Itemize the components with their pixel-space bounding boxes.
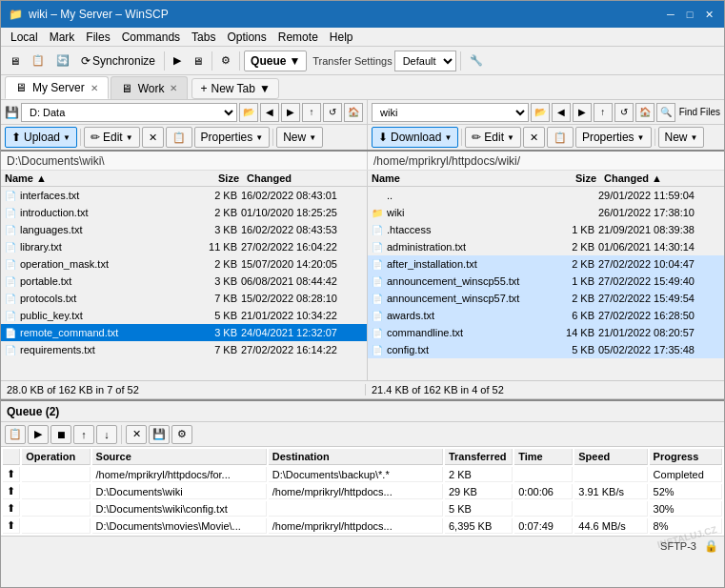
maximize-button[interactable]: □ bbox=[682, 7, 697, 22]
left-file-row[interactable]: 📄 requirements.txt 7 KB 27/02/2022 16:14… bbox=[1, 341, 367, 358]
right-file-row[interactable]: 📄 announcement_winscp55.txt 1 KB 27/02/2… bbox=[368, 273, 724, 290]
queue-down-btn[interactable]: ↓ bbox=[96, 425, 117, 444]
left-edit-button[interactable]: ✏ Edit ▼ bbox=[84, 127, 140, 148]
left-file-row[interactable]: 📄 public_key.txt 5 KB 21/01/2022 10:34:2… bbox=[1, 307, 367, 324]
menu-files[interactable]: Files bbox=[80, 29, 115, 46]
left-file-row[interactable]: 📄 operation_mask.txt 2 KB 15/07/2020 14:… bbox=[1, 255, 367, 273]
menu-mark[interactable]: Mark bbox=[44, 29, 81, 46]
menu-tabs[interactable]: Tabs bbox=[186, 29, 221, 46]
left-folder-icon[interactable]: 📂 bbox=[239, 103, 258, 122]
queue-button[interactable]: Queue ▼ bbox=[244, 51, 307, 71]
queue-table-row[interactable]: ⬆ D:\Documents\movies\Movie\... /home/mp… bbox=[3, 518, 722, 534]
right-server-select[interactable]: wiki bbox=[372, 103, 529, 122]
queue-up-btn[interactable]: ↑ bbox=[73, 425, 94, 444]
right-folder-icon[interactable]: 📂 bbox=[531, 103, 550, 122]
left-col-name[interactable]: Name ▲ bbox=[1, 171, 191, 186]
left-col-changed[interactable]: Changed bbox=[243, 171, 367, 186]
left-file-row[interactable]: 📄 library.txt 11 KB 27/02/2022 16:04:22 bbox=[1, 238, 367, 255]
right-col-name[interactable]: Name bbox=[368, 171, 548, 186]
queue-th-transferred[interactable]: Transferred bbox=[445, 449, 513, 465]
right-file-row[interactable]: 📄 administration.txt 2 KB 01/06/2021 14:… bbox=[368, 238, 724, 255]
toolbar-icon-3[interactable]: 🔄 bbox=[51, 50, 74, 72]
tab-close-work[interactable]: ✕ bbox=[170, 83, 177, 93]
left-file-row[interactable]: 📄 remote_command.txt 3 KB 24/04/2021 12:… bbox=[1, 324, 367, 341]
transfer-settings-select[interactable]: Default bbox=[394, 51, 456, 71]
tab-work[interactable]: 🖥 Work ✕ bbox=[111, 76, 189, 99]
right-refresh-btn[interactable]: ↺ bbox=[614, 103, 634, 122]
right-file-row[interactable]: 📄 .htaccess 1 KB 21/09/2021 08:39:38 bbox=[368, 221, 724, 238]
queue-add-btn[interactable]: 📋 bbox=[5, 425, 26, 444]
right-edit-button[interactable]: ✏ Edit ▼ bbox=[465, 127, 521, 148]
tab-my-server[interactable]: 🖥 My Server ✕ bbox=[5, 76, 109, 99]
queue-th-operation[interactable]: Operation bbox=[22, 449, 90, 465]
left-panel-body[interactable]: 📄 interfaces.txt 2 KB 16/02/2022 08:43:0… bbox=[1, 187, 367, 373]
left-refresh-btn[interactable]: ↺ bbox=[323, 103, 342, 122]
right-col-size[interactable]: Size bbox=[548, 171, 600, 186]
queue-delete-btn[interactable]: ✕ bbox=[126, 425, 147, 444]
right-file-row[interactable]: 📄 awards.txt 6 KB 27/02/2022 16:28:50 bbox=[368, 307, 724, 324]
left-up-btn[interactable]: ↑ bbox=[302, 103, 321, 122]
left-new-button[interactable]: New ▼ bbox=[276, 127, 323, 148]
right-file-row[interactable]: 📄 after_installation.txt 2 KB 27/02/2022… bbox=[368, 255, 724, 273]
left-copy-button[interactable]: 📋 bbox=[166, 127, 192, 148]
left-file-row[interactable]: 📄 introduction.txt 2 KB 01/10/2020 18:25… bbox=[1, 204, 367, 221]
toolbar-icon-5[interactable]: 🖥 bbox=[188, 50, 208, 72]
queue-table-row[interactable]: ⬆ /home/mprikryl/httpdocs/for... D:\Docu… bbox=[3, 467, 722, 482]
left-home-btn[interactable]: 🏠 bbox=[344, 103, 363, 122]
queue-th-source[interactable]: Source bbox=[92, 449, 267, 465]
right-panel-body[interactable]: .. 29/01/2022 11:59:04 📁 wiki 26/01/2022… bbox=[368, 187, 724, 373]
left-file-row[interactable]: 📄 languages.txt 3 KB 16/02/2022 08:43:53 bbox=[1, 221, 367, 238]
queue-play-btn[interactable]: ▶ bbox=[28, 425, 49, 444]
right-properties-button[interactable]: Properties ▼ bbox=[575, 127, 652, 148]
left-col-size[interactable]: Size bbox=[191, 171, 243, 186]
toolbar-icon-1[interactable]: 🖥 bbox=[5, 50, 25, 72]
left-drive-select[interactable]: D: Data bbox=[21, 103, 237, 122]
queue-stop-btn[interactable]: ⏹ bbox=[50, 425, 71, 444]
queue-table-row[interactable]: ⬆ D:\Documents\wiki /home/mprikryl/httpd… bbox=[3, 484, 722, 499]
left-forward-btn[interactable]: ▶ bbox=[281, 103, 300, 122]
left-delete-button[interactable]: ✕ bbox=[142, 127, 164, 148]
menu-options[interactable]: Options bbox=[221, 29, 272, 46]
upload-button[interactable]: ⬆ Upload ▼ bbox=[5, 127, 77, 148]
download-button[interactable]: ⬇ Download ▼ bbox=[372, 127, 458, 148]
left-file-row[interactable]: 📄 portable.txt 3 KB 06/08/2021 08:44:42 bbox=[1, 273, 367, 290]
right-back-btn[interactable]: ◀ bbox=[552, 103, 571, 122]
right-file-row[interactable]: .. 29/01/2022 11:59:04 bbox=[368, 187, 724, 204]
right-file-row[interactable]: 📄 commandline.txt 14 KB 21/01/2022 08:20… bbox=[368, 324, 724, 341]
queue-th-destination[interactable]: Destination bbox=[269, 449, 443, 465]
menu-remote[interactable]: Remote bbox=[272, 29, 324, 46]
queue-table-row[interactable]: ⬆ D:\Documents\wiki\config.txt 5 KB 30% bbox=[3, 501, 722, 517]
left-file-row[interactable]: 📄 protocols.txt 7 KB 15/02/2022 08:28:10 bbox=[1, 290, 367, 307]
toolbar-icon-6[interactable]: ⚙ bbox=[216, 50, 235, 72]
tab-new[interactable]: + New Tab ▼ bbox=[191, 78, 278, 99]
right-file-row[interactable]: 📄 config.txt 5 KB 05/02/2022 17:35:48 bbox=[368, 341, 724, 358]
queue-save-btn[interactable]: 💾 bbox=[149, 425, 170, 444]
right-up-btn[interactable]: ↑ bbox=[594, 103, 613, 122]
left-back-btn[interactable]: ◀ bbox=[260, 103, 279, 122]
close-button[interactable]: ✕ bbox=[701, 7, 716, 22]
minimize-button[interactable]: ─ bbox=[663, 7, 678, 22]
toolbar-icon-7[interactable]: 🔧 bbox=[465, 50, 488, 72]
right-copy-button[interactable]: 📋 bbox=[547, 127, 574, 148]
toolbar-icon-4[interactable]: ▶ bbox=[169, 50, 186, 72]
left-file-row[interactable]: 📄 interfaces.txt 2 KB 16/02/2022 08:43:0… bbox=[1, 187, 367, 204]
right-file-row[interactable]: 📄 announcement_winscp57.txt 2 KB 27/02/2… bbox=[368, 290, 724, 307]
right-file-row[interactable]: 📁 wiki 26/01/2022 17:38:10 bbox=[368, 204, 724, 221]
toolbar-icon-2[interactable]: 📋 bbox=[27, 50, 50, 72]
queue-settings-btn[interactable]: ⚙ bbox=[171, 425, 192, 444]
queue-th-time[interactable]: Time bbox=[514, 449, 573, 465]
queue-th-progress[interactable]: Progress bbox=[650, 449, 722, 465]
left-properties-button[interactable]: Properties ▼ bbox=[194, 127, 271, 148]
right-forward-btn[interactable]: ▶ bbox=[573, 103, 592, 122]
right-delete-button[interactable]: ✕ bbox=[523, 127, 545, 148]
queue-th-speed[interactable]: Speed bbox=[574, 449, 647, 465]
right-home-btn[interactable]: 🏠 bbox=[635, 103, 655, 122]
right-new-button[interactable]: New ▼ bbox=[658, 127, 705, 148]
menu-help[interactable]: Help bbox=[324, 29, 359, 46]
tab-close-my-server[interactable]: ✕ bbox=[91, 83, 98, 93]
right-find-btn[interactable]: 🔍 bbox=[656, 103, 675, 122]
right-col-changed[interactable]: Changed ▲ bbox=[600, 171, 724, 186]
menu-local[interactable]: Local bbox=[5, 29, 44, 46]
menu-commands[interactable]: Commands bbox=[116, 29, 186, 46]
synchronize-button[interactable]: ⟳ Synchronize bbox=[76, 50, 160, 72]
